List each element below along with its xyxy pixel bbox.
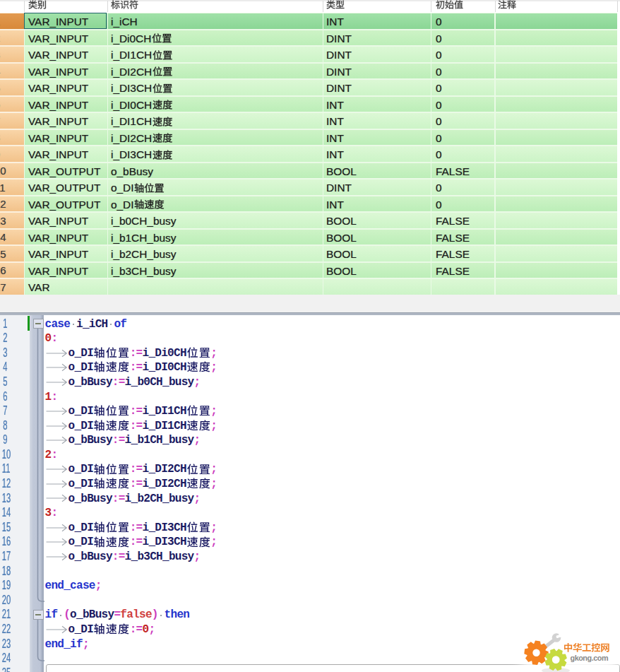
svg-text:gkong.com: gkong.com [571,654,609,662]
